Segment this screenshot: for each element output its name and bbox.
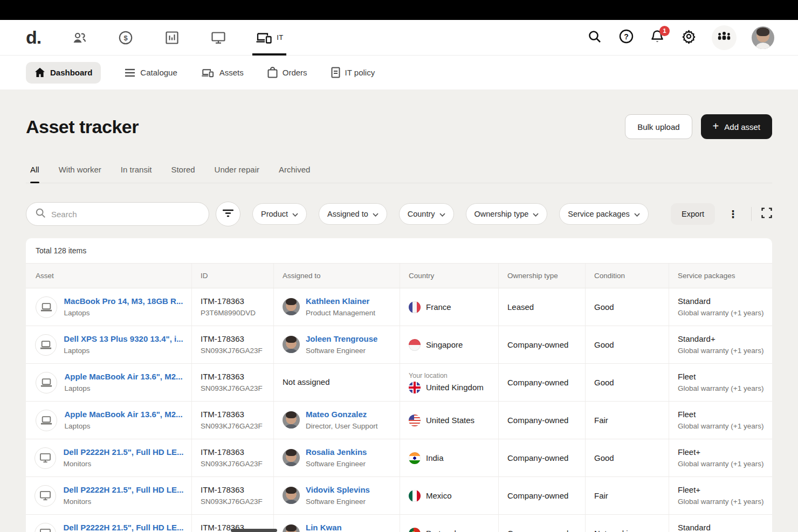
export-button[interactable]: Export (671, 203, 715, 225)
condition: Good (585, 326, 669, 363)
service-detail: Global warranty (+1 years) (678, 384, 771, 393)
service-detail: Global warranty (+1 years) (678, 497, 771, 507)
nav-monitor[interactable] (206, 20, 231, 55)
ownership-type: Company-owned (498, 515, 585, 532)
filter-country[interactable]: Country (399, 203, 454, 225)
service-detail: Global warranty (+1 years) (678, 346, 771, 356)
asset-link[interactable]: Apple MacBook Air 13.6", M2... (64, 371, 182, 382)
service-tier: Fleet (678, 409, 771, 420)
team-button[interactable] (712, 25, 737, 50)
assignee-link[interactable]: Rosalia Jenkins (306, 447, 367, 458)
asset-link[interactable]: MacBook Pro 14, M3, 18GB R... (64, 296, 183, 307)
assignee-role: Software Engineer (306, 346, 377, 356)
table-row[interactable]: Dell P2222H 21.5", Full HD LE... Monitor… (26, 477, 772, 515)
avatar (283, 524, 300, 532)
chevron-down-icon (634, 210, 640, 218)
asset-id: ITM-178363 (201, 334, 265, 344)
profile-avatar[interactable] (752, 26, 774, 49)
settings-button[interactable] (680, 30, 697, 46)
col-service-packages[interactable]: Service packages (669, 264, 772, 288)
flag-icon (409, 339, 421, 351)
subnav-assets[interactable]: Assets (201, 67, 244, 78)
tab-all[interactable]: All (30, 161, 39, 183)
condition: Fair (585, 402, 669, 439)
asset-type-icon (35, 523, 56, 532)
nav-people[interactable] (67, 20, 92, 55)
assignee-role: Software Engineer (306, 497, 370, 507)
table-row[interactable]: Dell P2222H 21.5", Full HD LE... Monitor… (26, 515, 772, 532)
table-row[interactable]: Apple MacBook Air 13.6", M2... Laptops I… (26, 402, 772, 439)
country-name: India (426, 453, 444, 462)
service-detail: Global warranty (+1 years) (678, 459, 771, 469)
asset-id: ITM-178363 (201, 296, 265, 307)
asset-link[interactable]: Dell XPS 13 Plus 9320 13.4", i... (64, 334, 183, 344)
asset-link[interactable]: Apple MacBook Air 13.6", M2... (64, 409, 182, 420)
add-asset-button[interactable]: + Add asset (701, 114, 772, 139)
search-field[interactable] (26, 202, 209, 226)
subnav-dashboard[interactable]: Dashboard (26, 62, 101, 84)
filter-service-packages[interactable]: Service packages (559, 203, 648, 225)
deel-logo[interactable]: d. (26, 27, 45, 48)
col-country[interactable]: Country (400, 264, 498, 288)
filter-product[interactable]: Product (252, 203, 307, 225)
subnav-it-policy[interactable]: IT policy (331, 67, 375, 78)
asset-link[interactable]: Dell P2222H 21.5", Full HD LE... (63, 522, 183, 532)
condition: Good (585, 364, 669, 401)
assignee-role: Director, User Support (306, 422, 378, 431)
bulk-upload-button[interactable]: Bulk upload (625, 114, 692, 139)
tab-archived[interactable]: Archived (279, 161, 310, 183)
tab-stored[interactable]: Stored (171, 161, 195, 183)
it-label: IT (277, 33, 283, 42)
country-name: Portugal (426, 529, 456, 532)
help-button[interactable]: ? (618, 30, 634, 46)
more-options-icon[interactable]: ⋮ (725, 207, 741, 222)
asset-link[interactable]: Dell P2222H 21.5", Full HD LE... (63, 447, 183, 458)
nav-payments[interactable]: $ (113, 20, 138, 55)
chevron-down-icon (373, 210, 379, 218)
col-id[interactable]: ID (191, 264, 273, 288)
avatar (283, 298, 300, 315)
search-button[interactable] (587, 30, 603, 46)
service-tier: Fleet+ (678, 485, 771, 495)
col-ownership-type[interactable]: Ownership type (498, 264, 585, 288)
col-asset[interactable]: Asset (26, 264, 191, 288)
col-assigned-to[interactable]: Assigned to (273, 264, 400, 288)
table-row[interactable]: Dell XPS 13 Plus 9320 13.4", i... Laptop… (26, 326, 772, 364)
asset-type-icon (36, 410, 57, 431)
country-name: France (426, 302, 451, 312)
horizontal-scrollbar-thumb[interactable] (231, 529, 277, 532)
flag-icon (409, 382, 421, 393)
tab-with-worker[interactable]: With worker (59, 161, 101, 183)
tab-in-transit[interactable]: In transit (121, 161, 152, 183)
col-condition[interactable]: Condition (585, 264, 669, 288)
assignee-link[interactable]: Kathleen Klainer (306, 296, 375, 307)
filter-service-packages-label: Service packages (568, 210, 629, 218)
condition: Good (585, 288, 669, 326)
nav-it[interactable]: IT (252, 20, 286, 55)
table-row[interactable]: Apple MacBook Air 13.6", M2... Laptops I… (26, 364, 772, 402)
filter-ownership-type[interactable]: Ownership type (466, 203, 548, 225)
tab-under-repair[interactable]: Under repair (215, 161, 259, 183)
filter-assigned-to[interactable]: Assigned to (319, 203, 387, 225)
notifications-button[interactable]: 1 (649, 30, 665, 46)
table-row[interactable]: MacBook Pro 14, M3, 18GB R... Laptops IT… (26, 288, 772, 326)
assignee-link[interactable]: Mateo Gonzalez (306, 409, 378, 420)
asset-category: Laptops (64, 308, 183, 318)
assignee-link[interactable]: Joleen Trengrouse (306, 334, 377, 344)
asset-serial: P3T6M8990DVD (201, 308, 265, 318)
nav-analytics[interactable] (160, 20, 184, 55)
asset-link[interactable]: Dell P2222H 21.5", Full HD LE... (63, 485, 183, 495)
filter-button[interactable] (216, 202, 240, 226)
fullscreen-icon[interactable] (761, 208, 772, 220)
table-row[interactable]: Dell P2222H 21.5", Full HD LE... Monitor… (26, 439, 772, 477)
top-navigation: d. $ (0, 20, 798, 56)
subnav-orders[interactable]: Orders (267, 67, 307, 78)
assignee-link[interactable]: Vidovik Splevins (306, 485, 370, 495)
search-input[interactable] (51, 210, 200, 219)
subnav-catalogue[interactable]: Catalogue (125, 68, 177, 77)
country-name: Mexico (426, 491, 452, 500)
avatar (283, 449, 300, 466)
assignee-link[interactable]: Lin Kwan (306, 522, 361, 532)
filter-assigned-to-label: Assigned to (327, 210, 368, 218)
status-tabs: All With worker In transit Stored Under … (26, 161, 772, 183)
